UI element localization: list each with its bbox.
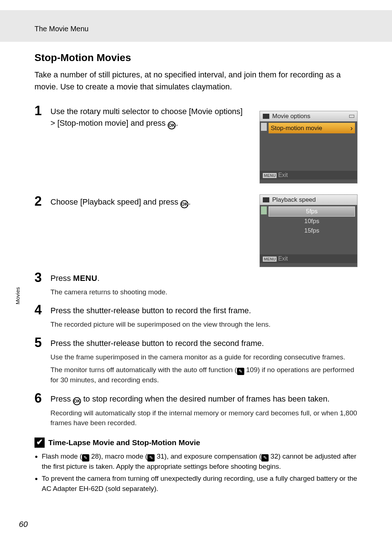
- step-instruction: Press MENU.: [50, 273, 358, 284]
- ok-icon: OK: [180, 200, 188, 208]
- lcd-item-label: Stop-motion movie: [271, 125, 322, 132]
- step-instruction: Press the shutter-release button to reco…: [50, 338, 358, 349]
- lcd-title: Playback speed: [272, 196, 316, 203]
- lcd-title-bar: Playback speed: [260, 195, 357, 205]
- note-item: Flash mode (✎ 28), macro mode (✎ 31), an…: [42, 451, 358, 472]
- lcd-check-icon: [261, 206, 267, 214]
- side-tab-label: Movies: [15, 287, 21, 305]
- lcd-body: 5fps 10fps 15fps: [260, 205, 357, 254]
- step-subtext: Recording will automatically stop if the…: [50, 408, 358, 428]
- lcd-footer: MENUExit: [260, 171, 357, 180]
- step-number: 6: [34, 392, 50, 405]
- page-header: The Movie Menu: [0, 10, 392, 42]
- breadcrumb: The Movie Menu: [34, 25, 392, 33]
- step-text-post: to stop recording when the desired numbe…: [81, 394, 330, 403]
- lcd-menu-item: 10fps: [269, 217, 355, 226]
- lcd-footer-text: Exit: [278, 172, 288, 178]
- page-ref-number: 31: [155, 452, 164, 460]
- note-title: Time-Lapse Movie and Stop-Motion Movie: [48, 438, 200, 447]
- movie-camera-icon: [263, 197, 269, 202]
- step-text-pre: Use the rotary multi selector to choose …: [50, 107, 242, 128]
- menu-box-icon: MENU: [263, 173, 277, 178]
- section-title: Stop-Motion Movies: [34, 52, 358, 64]
- lcd-thumb-icon: [261, 123, 267, 131]
- note-text: ), and exposure compensation (: [164, 452, 261, 460]
- page-ref-icon: ✎: [147, 454, 155, 462]
- step-number: 3: [34, 271, 50, 284]
- step-subtext: The recorded picture will be superimpose…: [50, 319, 358, 330]
- step-text-pre: Choose [Playback speed] and press: [50, 197, 180, 206]
- page-ref-icon: ✎: [261, 454, 269, 462]
- lcd-menu-item-selected: Stop-motion movie ›: [269, 123, 355, 133]
- step-number: 4: [34, 303, 50, 317]
- checkmark-icon: ✔: [34, 438, 45, 448]
- battery-icon: [349, 115, 354, 118]
- step-instruction: Press OK to stop recording when the desi…: [50, 393, 358, 405]
- lcd-body: Stop-motion movie ›: [260, 121, 357, 171]
- step-number: 2: [34, 195, 50, 208]
- manual-page: The Movie Menu Stop-Motion Movies Take a…: [0, 0, 392, 540]
- lcd-title: Movie options: [272, 113, 310, 120]
- menu-label: MENU: [73, 274, 97, 283]
- step-instruction: Choose [Playback speed] and press OK.: [50, 196, 246, 208]
- step-number: 5: [34, 336, 50, 349]
- ok-icon: OK: [168, 121, 176, 129]
- movie-camera-icon: [263, 114, 269, 119]
- page-ref-number: 28: [89, 452, 99, 460]
- step-5: 5 Press the shutter-release button to re…: [34, 336, 358, 385]
- page-ref-number: 109: [244, 366, 258, 374]
- lcd-footer: MENUExit: [260, 254, 357, 263]
- step-3: 3 Press MENU. The camera returns to shoo…: [34, 271, 358, 297]
- lcd-screen-playback-speed: Playback speed 5fps 10fps 15fps MENUExit: [260, 194, 358, 267]
- chevron-right-icon: ›: [350, 124, 353, 132]
- step-text-pre: Press: [50, 394, 73, 403]
- step-text-post: .: [188, 197, 191, 206]
- page-ref-number: 32: [269, 452, 278, 460]
- step-text-post: .: [176, 118, 178, 128]
- lcd-screen-movie-options: Movie options Stop-motion movie › MENUEx…: [260, 111, 358, 184]
- step-6: 6 Press OK to stop recording when the de…: [34, 392, 358, 428]
- lcd-title-bar: Movie options: [260, 111, 357, 121]
- step-subtext: Use the frame superimposed in the camera…: [50, 352, 358, 362]
- lcd-menu-item-selected: 5fps: [269, 206, 355, 217]
- step-subtext: The camera returns to shooting mode.: [50, 287, 358, 297]
- step-subtext: The monitor turns off automatically with…: [50, 365, 358, 385]
- page-number: 60: [19, 520, 28, 529]
- note-item: To prevent the camera from turning off u…: [42, 473, 358, 493]
- step-instruction: Use the rotary multi selector to choose …: [50, 106, 246, 129]
- note-text: ), macro mode (: [99, 452, 147, 460]
- lcd-footer-text: Exit: [278, 255, 288, 262]
- note-list: Flash mode (✎ 28), macro mode (✎ 31), an…: [34, 451, 358, 494]
- ok-icon: OK: [73, 397, 81, 405]
- note-text: Flash mode (: [42, 452, 82, 460]
- step-4: 4 Press the shutter-release button to re…: [34, 303, 358, 329]
- note-section: ✔ Time-Lapse Movie and Stop-Motion Movie…: [34, 438, 358, 494]
- section-intro: Take a number of still pictures, at no s…: [34, 69, 358, 93]
- menu-box-icon: MENU: [263, 257, 277, 262]
- step-text-post: .: [97, 274, 99, 283]
- step-number: 1: [34, 104, 50, 117]
- subtext-pre: The monitor turns off automatically with…: [50, 366, 237, 374]
- page-ref-icon: ✎: [82, 454, 89, 462]
- step-text-pre: Press: [50, 274, 73, 283]
- page-ref-icon: ✎: [237, 368, 244, 375]
- step-instruction: Press the shutter-release button to reco…: [50, 305, 358, 317]
- lcd-menu-item: 15fps: [269, 226, 355, 235]
